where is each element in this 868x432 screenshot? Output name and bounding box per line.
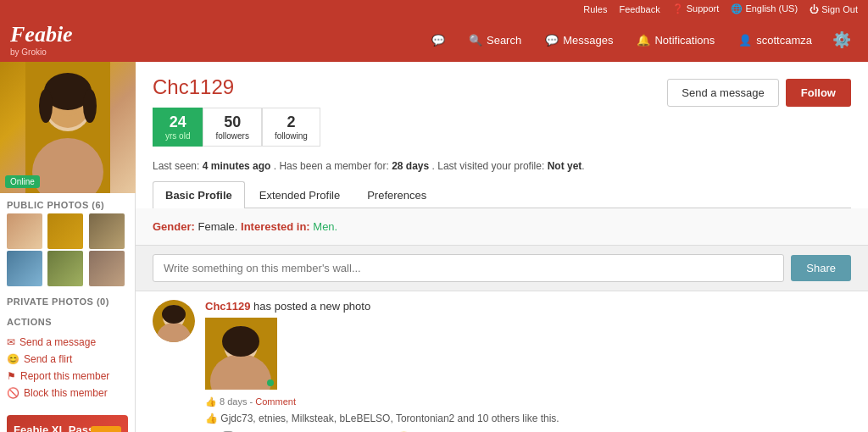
feed-poster-avatar[interactable]: [153, 300, 195, 342]
utility-bar: Rules Feedback ❓ Support 🌐 English (US) …: [0, 0, 868, 18]
search-nav-item[interactable]: 🔍 Search: [459, 27, 531, 53]
profile-main-photo: Online: [0, 62, 136, 193]
block-member-action[interactable]: 🚫 Block this member: [7, 385, 128, 402]
last-seen-bar: Last seen: 4 minutes ago . Has been a me…: [136, 155, 868, 180]
gender-text: Female.: [198, 220, 237, 233]
power-icon: ⏻: [810, 4, 819, 14]
thumb-icon: 👍: [205, 396, 217, 407]
visited-value: Not yet: [548, 160, 582, 172]
online-dot: [267, 379, 274, 386]
logo-sub-text: by Grokio: [10, 47, 73, 57]
last-seen-value: 4 minutes ago: [203, 160, 271, 172]
online-badge: Online: [5, 175, 40, 188]
followers-stat[interactable]: 50 followers: [203, 108, 261, 147]
profile-info-gender: Gender: Female. Interested in: Men.: [153, 220, 851, 233]
feed-title: Chc1129 has posted a new photo: [205, 300, 851, 313]
user-nav-item[interactable]: 👤 scottcamza: [728, 27, 822, 53]
search-icon: 🔍: [469, 34, 482, 47]
send-message-button[interactable]: Send a message: [667, 79, 779, 107]
profile-stats: 24 yrs old 50 followers 2 following: [153, 108, 320, 147]
feed-meta: 👍 8 days - Comment: [205, 396, 851, 407]
tab-basic-profile[interactable]: Basic Profile: [153, 181, 245, 208]
followers-value: 50: [215, 114, 248, 131]
interested-label: Interested in:: [241, 220, 310, 233]
svg-point-7: [83, 89, 97, 123]
gender-label: Gender:: [153, 220, 195, 233]
age-label: yrs old: [165, 131, 190, 141]
photo-thumb-4[interactable]: [7, 251, 42, 286]
member-label: Has been a member for:: [279, 160, 388, 172]
followers-label: followers: [215, 131, 248, 141]
main-content: Chc1129 24 yrs old 50 followers 2 follow…: [136, 62, 868, 432]
profile-username: Chc1129: [153, 75, 320, 99]
send-flirt-action[interactable]: 😊 Send a flirt: [7, 351, 128, 368]
visited-label: Last visited your profile:: [437, 160, 544, 172]
feed-posted-photo[interactable]: [205, 318, 277, 390]
page-layout: Online PUBLIC PHOTOS (6) PRIVATE PHOTOS …: [0, 62, 868, 432]
profile-tabs: Basic Profile Extended Profile Preferenc…: [153, 180, 851, 208]
sidebar: Online PUBLIC PHOTOS (6) PRIVATE PHOTOS …: [0, 62, 136, 432]
nav-items: 💬 🔍 Search 💬 Messages 🔔 Notifications 👤 …: [421, 24, 858, 56]
wall-input[interactable]: [153, 254, 784, 282]
share-button[interactable]: Share: [791, 255, 851, 281]
profile-photo-placeholder: [0, 62, 136, 193]
photo-thumb-3[interactable]: [89, 213, 125, 249]
rules-link[interactable]: Rules: [583, 4, 607, 14]
age-value: 24: [165, 114, 190, 131]
user-avatar-icon: 👤: [738, 34, 752, 47]
settings-button[interactable]: ⚙️: [826, 24, 858, 56]
search-nav-label: Search: [487, 34, 521, 47]
sign-out-link[interactable]: ⏻ Sign Out: [810, 4, 858, 14]
photo-thumb-1[interactable]: [7, 213, 42, 249]
feed-poster-link[interactable]: Chc1129: [205, 300, 250, 313]
tab-preferences[interactable]: Preferences: [354, 181, 439, 208]
block-icon: 🚫: [7, 387, 19, 399]
photo-thumb-6[interactable]: [89, 251, 125, 286]
main-navigation: Feabie by Grokio 💬 🔍 Search 💬 Messages 🔔…: [0, 18, 868, 62]
last-seen-label: Last seen:: [153, 160, 199, 172]
svg-point-15: [222, 326, 259, 357]
feabie-promo-banner[interactable]: Feabie XL Pass Now available for purchas…: [7, 415, 128, 432]
actions-list: ✉ Send a message 😊 Send a flirt ⚑ Report…: [0, 330, 135, 408]
chat-icon-nav[interactable]: 💬: [421, 27, 455, 53]
comment-link[interactable]: Comment: [255, 396, 296, 407]
actions-title: ACTIONS: [0, 310, 135, 330]
tab-content-basic: Gender: Female. Interested in: Men.: [136, 208, 868, 246]
language-selector[interactable]: 🌐 English (US): [731, 3, 798, 14]
public-photo-grid: [0, 213, 135, 290]
question-icon: ❓: [672, 3, 684, 14]
profile-actions: Send a message Follow: [667, 79, 851, 107]
follow-button[interactable]: Follow: [786, 79, 851, 107]
svg-point-6: [39, 89, 53, 123]
thumbs-up-icon: 👍: [205, 413, 218, 424]
photo-thumb-2[interactable]: [47, 213, 83, 249]
public-photos-title: PUBLIC PHOTOS (6): [0, 193, 135, 213]
notifications-nav-label: Notifications: [654, 34, 715, 47]
feedback-link[interactable]: Feedback: [619, 4, 659, 14]
chat-icon: 💬: [431, 34, 445, 47]
flirt-icon: 😊: [7, 353, 19, 365]
tab-extended-profile[interactable]: Extended Profile: [247, 181, 353, 208]
report-member-action[interactable]: ⚑ Report this member: [7, 368, 128, 385]
feed-item: Chc1129 has posted a new photo �: [153, 300, 851, 432]
messages-icon: 💬: [545, 34, 559, 47]
profile-header: Chc1129 24 yrs old 50 followers 2 follow…: [136, 62, 868, 155]
notifications-nav-item[interactable]: 🔔 Notifications: [626, 27, 725, 53]
following-value: 2: [275, 114, 308, 131]
feed-section: Chc1129 has posted a new photo �: [136, 291, 868, 432]
profile-header-left: Chc1129 24 yrs old 50 followers 2 follow…: [153, 75, 320, 147]
photo-thumb-5[interactable]: [47, 251, 83, 286]
messages-nav-item[interactable]: 💬 Messages: [535, 27, 623, 53]
member-value: 28 days: [392, 160, 429, 172]
messages-nav-label: Messages: [563, 34, 613, 47]
globe-icon: 🌐: [731, 3, 743, 14]
following-stat[interactable]: 2 following: [262, 108, 320, 147]
promo-badge: XL: [91, 426, 121, 433]
send-message-action[interactable]: ✉ Send a message: [7, 334, 128, 351]
support-link[interactable]: ❓ Support: [672, 3, 720, 14]
logo[interactable]: Feabie by Grokio: [10, 23, 73, 57]
interested-value: Men.: [313, 220, 337, 233]
age-stat: 24 yrs old: [153, 108, 203, 147]
following-label: following: [275, 131, 308, 141]
report-icon: ⚑: [7, 370, 16, 382]
